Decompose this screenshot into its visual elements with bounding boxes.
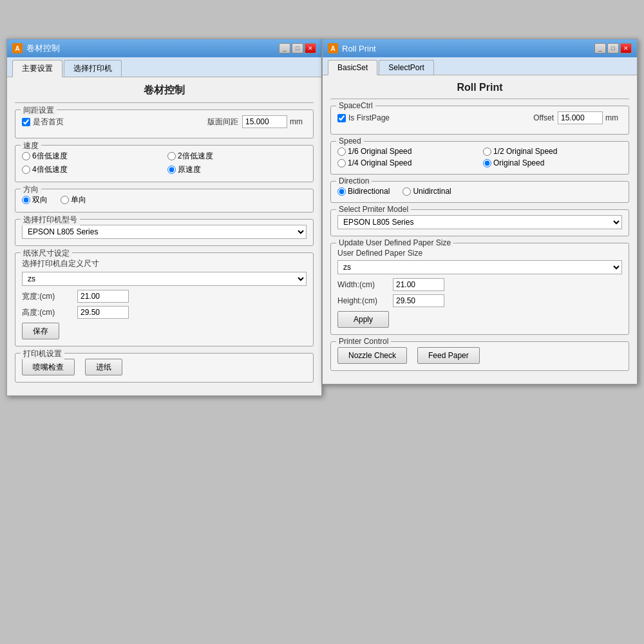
right-maximize-btn[interactable]: □ [607,43,619,53]
left-dir-radio1[interactable] [61,196,69,204]
right-speed-label: Speed [336,137,364,146]
left-speed-opt3-label: 原速度 [178,164,201,175]
left-main-title: 卷材控制 [15,84,314,97]
left-speed-opt2-label: 4倍低速度 [32,164,68,175]
right-speed-opt2-label: 1/4 Original Speed [348,158,412,167]
right-tab-selectport[interactable]: SelectPort [379,60,433,75]
left-direction-group: 方向 双向 单向 [15,189,314,213]
right-title-bar: A Roll Print _ □ ✕ [323,39,637,57]
right-spacectrl-row: Is FirstPage Offset mm [337,111,622,124]
right-printer-control-row: Nozzle Check Feed Paper [337,347,622,364]
right-paper-size-select[interactable]: zs [337,260,622,274]
right-speed-opt3-label: Original Speed [493,158,544,167]
left-spacing-group: 间距设置 是否首页 版面间距 mm [15,109,314,138]
right-window-title: Roll Print [342,44,594,53]
right-printer-control-group: Printer Control Nozzle Check Feed Paper [330,341,629,371]
right-dir-opt0: Bidirectional [337,187,390,196]
right-printer-model-select[interactable]: EPSON L805 Series [337,215,622,229]
left-close-btn[interactable]: ✕ [305,43,316,53]
left-paper-size-label: 纸张尺寸设定 [21,248,72,259]
right-height-label: Height:(cm) [337,296,389,305]
left-spacing-label: 间距设置 [21,105,57,116]
left-speed-opt1-label: 2倍低速度 [178,151,213,162]
right-spacectrl-group: SpaceCtrl Is FirstPage Offset mm [330,106,629,135]
left-tab-printer[interactable]: 选择打印机 [64,60,122,77]
right-paper-size-group: Update User Defined Paper Size User Defi… [330,243,629,335]
left-pagespacing-label: 版面间距 [207,117,238,128]
right-content: Roll Print SpaceCtrl Is FirstPage Offset… [323,75,637,384]
right-direction-label: Direction [336,176,372,185]
left-paper-size-select[interactable]: zs [22,272,307,286]
left-pagespacing-unit: mm [290,117,303,126]
right-nozzle-check-button[interactable]: Nozzle Check [337,347,407,364]
left-speed-radio1[interactable] [167,152,176,160]
left-pagespacing-input[interactable] [242,115,287,128]
right-dir-radio1[interactable] [402,187,411,196]
right-dir-radio0[interactable] [337,187,346,196]
left-win-controls: _ □ ✕ [279,43,316,53]
right-close-btn[interactable]: ✕ [620,43,632,53]
left-speed-opt2: 4倍低速度 [22,164,161,175]
left-speed-radio3[interactable] [167,166,176,174]
left-speed-label: 速度 [21,140,41,151]
left-dir-opt0-label: 双向 [32,194,48,205]
right-printer-model-group: Select Prniter Model EPSON L805 Series [330,209,629,236]
left-speed-opt3: 原速度 [167,164,307,175]
left-paper-sublabel: 选择打印机自定义尺寸 [22,258,307,269]
right-width-row: Width:(cm) [337,278,622,291]
right-firstpage-checkbox[interactable] [337,114,346,122]
right-speed-opt2: 1/4 Original Speed [337,158,477,167]
right-speed-opt0-label: 1/6 Original Speed [348,147,412,156]
right-printer-model-label: Select Prniter Model [336,205,411,214]
left-title-bar: A 卷材控制 _ □ ✕ [7,39,321,57]
left-firstpage-label: 是否首页 [33,117,64,128]
right-speed-radio2[interactable] [337,159,346,167]
right-apply-button[interactable]: Apply [337,311,389,328]
left-width-input[interactable] [77,290,129,303]
left-printer-control-group: 打印机设置 喷嘴检查 进纸 [15,353,314,383]
left-feed-paper-button[interactable]: 进纸 [85,359,122,375]
right-spacectrl-label: SpaceCtrl [336,101,375,110]
left-window: A 卷材控制 _ □ ✕ 主要设置 选择打印机 卷材控制 间距设置 是否首页 版… [6,39,322,396]
right-speed-radio1[interactable] [483,147,491,156]
right-speed-opt0: 1/6 Original Speed [337,147,477,156]
left-tab-bar: 主要设置 选择打印机 [7,57,321,77]
left-speed-radio0[interactable] [22,152,30,160]
right-speed-group: Speed 1/6 Original Speed 1/2 Original Sp… [330,141,629,175]
left-printer-model-select[interactable]: EPSON L805 Series [22,225,307,239]
left-printer-control-label: 打印机设置 [21,348,64,359]
right-height-input[interactable] [393,294,444,307]
right-window: A Roll Print _ □ ✕ BasicSet SelectPort R… [322,39,638,384]
right-speed-opt1: 1/2 Original Speed [483,147,622,156]
left-paper-size-group: 纸张尺寸设定 选择打印机自定义尺寸 zs 宽度:(cm) 高度:(cm) 保存 [15,252,314,346]
left-firstpage-checkbox[interactable] [22,118,30,126]
left-save-button[interactable]: 保存 [22,323,59,339]
right-dir-opt1-label: Unidirctinal [413,187,451,196]
left-direction-row: 双向 单向 [22,194,307,205]
left-speed-radio2[interactable] [22,166,30,174]
left-dir-opt0: 双向 [22,194,48,205]
right-minimize-btn[interactable]: _ [594,43,606,53]
left-printer-model-label: 选择打印机型号 [21,214,80,225]
right-speed-radio3[interactable] [483,159,491,167]
left-speed-grid: 6倍低速度 2倍低速度 4倍低速度 原速度 [22,151,307,175]
right-feed-paper-button[interactable]: Feed Paper [417,347,480,364]
right-tab-basicset[interactable]: BasicSet [328,60,377,75]
left-content: 卷材控制 间距设置 是否首页 版面间距 mm 速度 6倍低速度 [7,77,321,395]
left-nozzle-check-button[interactable]: 喷嘴检查 [22,359,75,375]
left-speed-opt1: 2倍低速度 [167,151,307,162]
left-maximize-btn[interactable]: □ [292,43,303,53]
left-height-input[interactable] [77,306,129,319]
right-offset-input[interactable] [558,111,603,124]
left-speed-group: 速度 6倍低速度 2倍低速度 4倍低速度 原速度 [15,145,314,182]
right-width-input[interactable] [393,278,444,291]
left-dir-radio0[interactable] [22,196,30,204]
left-minimize-btn[interactable]: _ [279,43,290,53]
left-window-title: 卷材控制 [26,43,279,54]
left-tab-main[interactable]: 主要设置 [12,60,62,77]
right-direction-group: Direction Bidirectional Unidirctinal [330,181,629,203]
right-tab-bar: BasicSet SelectPort [323,57,637,75]
right-speed-radio0[interactable] [337,147,346,156]
left-width-row: 宽度:(cm) [22,290,307,303]
left-width-label: 宽度:(cm) [22,291,73,302]
